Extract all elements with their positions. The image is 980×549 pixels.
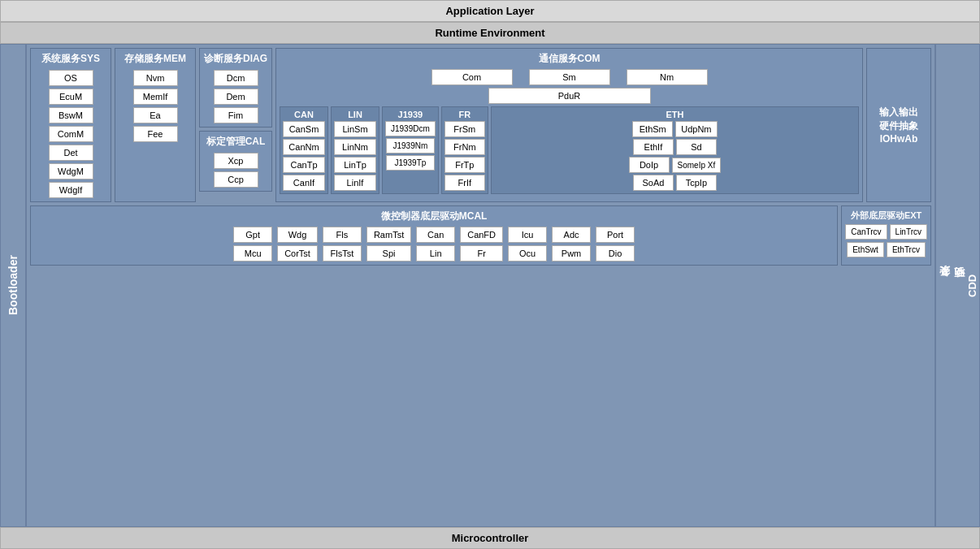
mem-service: 存储服务MEM Nvm MemIf Ea Fee xyxy=(115,48,196,202)
com-pdur: PduR xyxy=(488,88,651,104)
diag-title: 诊断服务DIAG xyxy=(204,52,267,66)
lin-sub: LIN LinSm LinNm LinTp LinIf xyxy=(331,106,379,194)
mem-nvm: Nvm xyxy=(133,70,178,86)
can-if: CanIf xyxy=(283,175,325,191)
eth-doip: DoIp xyxy=(629,157,670,173)
microcontroller-bar: Microcontroller xyxy=(0,527,980,549)
mcal-ocu: Ocu xyxy=(508,245,547,262)
eth-row-1: EthIf Sd xyxy=(633,139,717,155)
sys-service: 系统服务SYS OS EcuM BswM ComM Det WdgM WdgIf xyxy=(30,48,111,202)
eth-tcpip: TcpIp xyxy=(676,175,717,191)
eth-row-2: DoIp SomeIp Xf xyxy=(629,157,722,173)
eth-soad: SoAd xyxy=(633,175,674,191)
mcal-flstst: FlsTst xyxy=(323,245,362,262)
mcal-port: Port xyxy=(596,227,635,243)
sys-ecum: EcuM xyxy=(49,89,93,105)
iohw-box: 输入输出 硬件抽象 IOHwAb xyxy=(866,48,931,202)
sys-comm: ComM xyxy=(49,126,93,142)
application-layer: Application Layer xyxy=(0,0,980,22)
mem-title: 存储服务MEM xyxy=(124,52,186,66)
sys-wdgif: WdgIf xyxy=(49,182,93,198)
mcal-col-7: Icu Ocu xyxy=(508,227,547,262)
mcal-dio: Dio xyxy=(596,245,635,262)
mcal-can: Can xyxy=(416,227,455,243)
mcal-adc: Adc xyxy=(552,227,591,243)
runtime-environment: Runtime Environment xyxy=(0,22,980,44)
bottom-area: 微控制器底层驱动MCAL Gpt Mcu Wdg CorTst Fls FlsT xyxy=(30,205,931,266)
eth-row-0: EthSm UdpNm xyxy=(632,121,717,137)
can-sub: CAN CanSm CanNm CanTp CanIf xyxy=(280,106,328,194)
iohw-title: 输入输出 硬件抽象 IOHwAb xyxy=(879,106,918,145)
mcal-col-9: Port Dio xyxy=(596,227,635,262)
mcal-canfd: CanFD xyxy=(460,227,503,243)
ext-cantrcv: CanTrcv xyxy=(845,224,887,240)
mcal-lin: Lin xyxy=(416,245,455,262)
cal-ccp: Ccp xyxy=(214,171,258,188)
ext-lintrcv: LinTrcv xyxy=(890,224,927,240)
diag-dem: Dem xyxy=(214,89,258,105)
j1939-title: J1939 xyxy=(398,110,423,119)
fr-if: FrIf xyxy=(444,175,485,191)
fr-sub: FR FrSm FrNm FrTp FrIf xyxy=(441,106,488,194)
can-nm: CanNm xyxy=(283,139,325,155)
diag-dcm: Dcm xyxy=(214,70,258,86)
com-sm: Sm xyxy=(529,69,610,85)
eth-row-3: SoAd TcpIp xyxy=(633,175,717,191)
sys-wdgm: WdgM xyxy=(49,163,93,179)
com-title: 通信服务COM xyxy=(280,52,859,66)
can-sm: CanSm xyxy=(283,121,325,137)
cal-service: 标定管理CAL Xcp Ccp xyxy=(199,131,272,192)
sys-title: 系统服务SYS xyxy=(41,52,100,66)
sys-det: Det xyxy=(49,145,93,161)
j1939-nm: J1939Nm xyxy=(386,138,435,153)
mcal-title: 微控制器底层驱动MCAL xyxy=(34,210,834,223)
can-title: CAN xyxy=(294,110,314,119)
fr-nm: FrNm xyxy=(444,139,485,155)
can-tp: CanTp xyxy=(283,157,325,173)
mcal-spi: Spi xyxy=(366,245,411,262)
mcal-cortst: CorTst xyxy=(277,245,318,262)
fr-sm: FrSm xyxy=(444,121,485,137)
cal-xcp: Xcp xyxy=(214,153,258,169)
mem-fee: Fee xyxy=(133,126,178,142)
mcal-col-4: RamTst Spi xyxy=(366,227,411,262)
fr-title: FR xyxy=(458,110,470,119)
mcal-col-6: CanFD Fr xyxy=(460,227,503,262)
mcal-gpt: Gpt xyxy=(233,227,272,243)
com-nm: Nm xyxy=(627,69,708,85)
mcal-icu: Icu xyxy=(508,227,547,243)
eth-someip: SomeIp Xf xyxy=(672,158,722,173)
eth-sub: ETH EthSm UdpNm EthIf Sd DoIp xyxy=(491,106,859,194)
ext-ethtrcv: EthTrcv xyxy=(887,242,926,257)
mcal-mcu: Mcu xyxy=(233,245,272,262)
mcal-pwm: Pwm xyxy=(552,245,591,262)
com-pdur-row: PduR xyxy=(280,88,859,104)
j1939-sub: J1939 J1939Dcm J1939Nm J1939Tp xyxy=(382,106,439,194)
lin-if: LinIf xyxy=(334,175,376,191)
fr-tp: FrTp xyxy=(444,157,485,173)
mcal-col-3: Fls FlsTst xyxy=(323,227,362,262)
mcal-col-8: Adc Pwm xyxy=(552,227,591,262)
mcal-area: 微控制器底层驱动MCAL Gpt Mcu Wdg CorTst Fls FlsT xyxy=(30,205,838,266)
cal-title: 标定管理CAL xyxy=(206,135,266,149)
eth-sd: Sd xyxy=(676,139,717,155)
center-area: 系统服务SYS OS EcuM BswM ComM Det WdgM WdgIf… xyxy=(26,44,935,527)
j1939-tp: J1939Tp xyxy=(386,155,435,171)
j1939-dcm: J1939Dcm xyxy=(385,121,436,136)
lin-nm: LinNm xyxy=(334,139,376,155)
sys-os: OS xyxy=(49,70,93,86)
ext-area: 外部底层驱动EXT CanTrcv LinTrcv EthSwt EthTrcv xyxy=(841,205,931,266)
eth-sm: EthSm xyxy=(632,121,673,137)
eth-udpnm: UdpNm xyxy=(675,121,717,137)
sys-bswm: BswM xyxy=(49,107,93,123)
com-sub-area: CAN CanSm CanNm CanTp CanIf LIN LinSm Li… xyxy=(280,106,859,194)
bootloader-label: Bootloader xyxy=(0,44,26,527)
com-top-row: Com Sm Nm xyxy=(280,69,859,85)
diag-service: 诊断服务DIAG Dcm Dem Fim xyxy=(199,48,272,128)
eth-title: ETH xyxy=(666,110,683,119)
mcal-col-1: Gpt Mcu xyxy=(233,227,272,262)
ext-ethswt: EthSwt xyxy=(847,242,884,257)
mcal-fls: Fls xyxy=(323,227,362,243)
com-service: 通信服务COM Com Sm Nm PduR C xyxy=(275,48,863,202)
mcal-col-5: Can Lin xyxy=(416,227,455,262)
